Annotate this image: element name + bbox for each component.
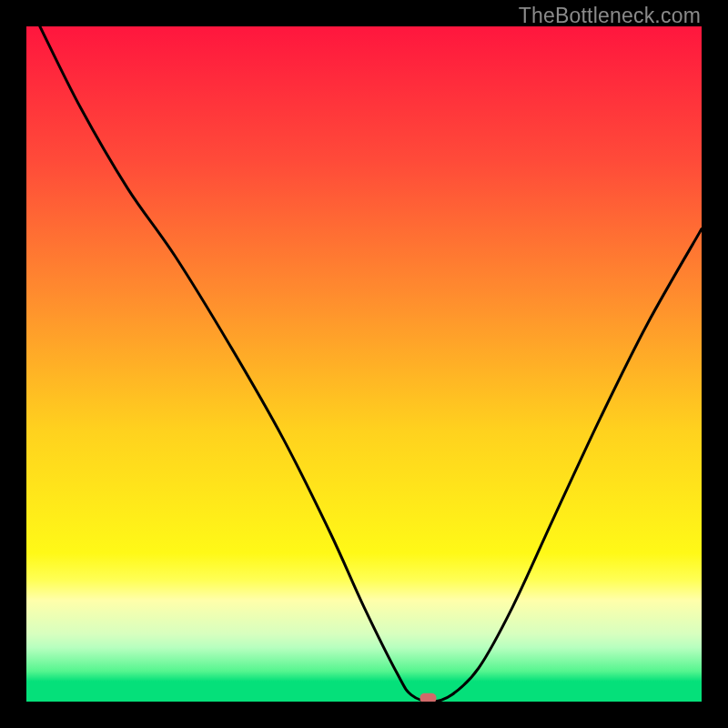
chart-svg — [26, 26, 702, 702]
watermark-text: TheBottleneck.com — [519, 4, 701, 28]
chart-frame: TheBottleneck.com — [0, 0, 728, 728]
plot-area — [26, 26, 702, 702]
optimal-point-marker — [420, 693, 436, 702]
gradient-background — [26, 26, 702, 702]
